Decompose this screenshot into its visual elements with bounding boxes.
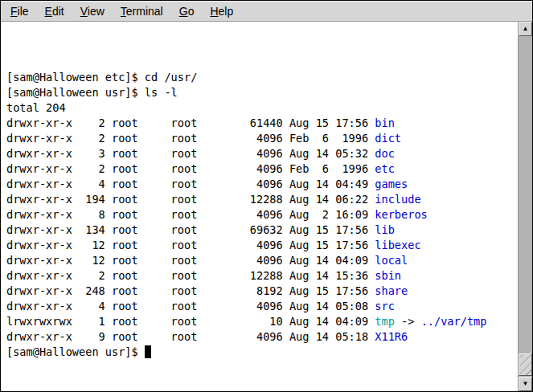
file-name: kerberos: [375, 208, 427, 221]
menu-help[interactable]: Help: [202, 2, 241, 21]
file-attributes: drwxr-xr-x 4 root root 4096 Aug 14 04:49: [6, 178, 375, 190]
file-attributes: lrwxrwxrwx 1 root root 10 Aug 14 04:09: [6, 315, 375, 328]
file-attributes: drwxr-xr-x 9 root root 4096 Aug 14 05:18: [6, 330, 375, 343]
terminal-line: [sam@Halloween usr]$ ls -l: [6, 85, 518, 100]
file-name: lib: [375, 223, 395, 236]
file-name: local: [375, 254, 408, 267]
terminal-output-area[interactable]: [sam@Halloween etc]$ cd /usr/[sam@Hallow…: [1, 22, 518, 391]
file-attributes: drwxr-xr-x 2 root root 4096 Feb 6 1996: [6, 162, 375, 175]
file-attributes: drwxr-xr-x 8 root root 4096 Aug 2 16:09: [6, 208, 375, 221]
file-attributes: drwxr-xr-x 12 root root 4096 Aug 15 17:5…: [6, 239, 375, 251]
menu-view[interactable]: View: [72, 2, 113, 21]
terminal-line: drwxr-xr-x 2 root root 4096 Feb 6 1996 e…: [6, 161, 518, 177]
terminal-line: drwxr-xr-x 4 root root 4096 Aug 14 04:49…: [6, 177, 518, 192]
file-name: etc: [375, 162, 395, 175]
terminal-line: drwxr-xr-x 2 root root 12288 Aug 14 15:3…: [6, 268, 518, 284]
scroll-up-icon: ▲: [523, 26, 529, 32]
terminal-line: drwxr-xr-x 3 root root 4096 Aug 14 05:32…: [6, 146, 518, 161]
terminal-line: [sam@Halloween etc]$ cd /usr/: [6, 70, 518, 85]
terminal-line: drwxr-xr-x 12 root root 4096 Aug 15 17:5…: [6, 238, 518, 253]
symlink-target: ../var/tmp: [421, 315, 487, 328]
file-name: bin: [375, 116, 395, 129]
terminal-line: drwxr-xr-x 2 root root 4096 Feb 6 1996 d…: [6, 131, 518, 146]
file-name: X11R6: [375, 330, 408, 343]
file-name: libexec: [375, 239, 420, 251]
menu-terminal[interactable]: Terminal: [113, 2, 171, 21]
terminal-text: [sam@Halloween usr]$ ls -l: [6, 86, 178, 99]
file-attributes: drwxr-xr-x 4 root root 4096 Aug 14 05:08: [6, 300, 375, 312]
file-name: share: [375, 284, 408, 297]
file-attributes: drwxr-xr-x 12 root root 4096 Aug 14 04:0…: [6, 254, 375, 267]
scroll-down-icon: ▼: [523, 381, 529, 387]
file-attributes: drwxr-xr-x 2 root root 4096 Feb 6 1996: [6, 132, 375, 145]
terminal-line: drwxr-xr-x 134 root root 69632 Aug 15 17…: [6, 223, 518, 238]
terminal-line: drwxr-xr-x 9 root root 4096 Aug 14 05:18…: [6, 329, 518, 345]
terminal-line: drwxr-xr-x 8 root root 4096 Aug 2 16:09 …: [6, 207, 518, 223]
terminal-line: total 204: [6, 100, 518, 116]
terminal-line: drwxr-xr-x 194 root root 12288 Aug 14 06…: [6, 192, 518, 207]
shell-prompt: [sam@Halloween usr]$: [6, 345, 145, 358]
scrollbar-down-button[interactable]: ▼: [519, 377, 532, 391]
scrollbar[interactable]: ▲ ▼: [518, 22, 532, 391]
menu-bar: FileEditViewTerminalGoHelp: [1, 1, 532, 22]
file-attributes: drwxr-xr-x 3 root root 4096 Aug 14 05:32: [6, 147, 375, 160]
file-name: doc: [375, 147, 395, 160]
file-attributes: drwxr-xr-x 2 root root 61440 Aug 15 17:5…: [6, 116, 375, 129]
file-name: sbin: [375, 269, 401, 282]
file-name: src: [375, 300, 395, 312]
scrollbar-up-button[interactable]: ▲: [519, 22, 532, 36]
file-name: tmp: [375, 315, 395, 328]
terminal-line: drwxr-xr-x 12 root root 4096 Aug 14 04:0…: [6, 253, 518, 268]
terminal-text: [sam@Halloween etc]$ cd /usr/: [6, 71, 197, 84]
file-attributes: drwxr-xr-x 248 root root 8192 Aug 15 17:…: [6, 284, 375, 297]
terminal-window: FileEditViewTerminalGoHelp [sam@Hallowee…: [0, 0, 533, 392]
window-content: [sam@Halloween etc]$ cd /usr/[sam@Hallow…: [1, 22, 532, 391]
terminal-text: total 204: [6, 101, 66, 114]
scrollbar-trough[interactable]: [519, 36, 532, 377]
terminal-cursor: [145, 345, 151, 358]
terminal-line: drwxr-xr-x 4 root root 4096 Aug 14 05:08…: [6, 299, 518, 314]
file-name: dict: [375, 132, 401, 145]
menu-edit[interactable]: Edit: [37, 2, 72, 21]
menu-file[interactable]: File: [2, 2, 37, 21]
scrollbar-thumb[interactable]: [519, 353, 532, 376]
file-attributes: drwxr-xr-x 194 root root 12288 Aug 14 06…: [6, 193, 375, 206]
file-name: games: [375, 178, 408, 190]
terminal-line: [sam@Halloween usr]$: [6, 345, 518, 360]
terminal-line: lrwxrwxrwx 1 root root 10 Aug 14 04:09 t…: [6, 314, 518, 329]
terminal-line: drwxr-xr-x 248 root root 8192 Aug 15 17:…: [6, 284, 518, 299]
file-name: include: [375, 193, 420, 206]
menu-go[interactable]: Go: [171, 2, 203, 21]
file-attributes: drwxr-xr-x 2 root root 12288 Aug 14 15:3…: [6, 269, 375, 282]
symlink-arrow: ->: [395, 315, 421, 328]
terminal-line: drwxr-xr-x 2 root root 61440 Aug 15 17:5…: [6, 116, 518, 131]
file-attributes: drwxr-xr-x 134 root root 69632 Aug 15 17…: [6, 223, 375, 236]
